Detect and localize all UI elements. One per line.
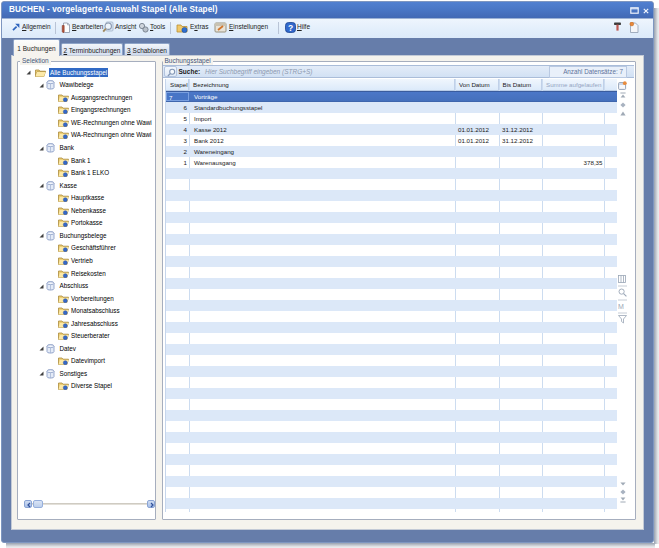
svg-text:?: ? <box>288 23 293 33</box>
svg-text:M: M <box>618 303 624 310</box>
